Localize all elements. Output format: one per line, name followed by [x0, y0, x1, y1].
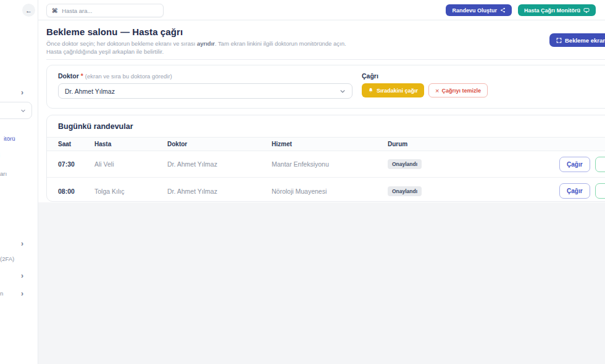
command-icon: ⌘	[52, 7, 57, 14]
page-title: Bekleme salonu — Hasta çağrı	[46, 27, 183, 37]
bell-icon	[368, 88, 373, 93]
main-content: Bekleme salonu — Hasta çağrı Önce doktor…	[38, 20, 605, 202]
patient-search[interactable]: ⌘	[46, 4, 164, 17]
cell-service: Mantar Enfeksiyonu	[272, 160, 388, 168]
search-input[interactable]	[62, 7, 142, 14]
doctor-label: Doktor * (ekran ve sıra bu doktora göred…	[58, 72, 353, 80]
clear-call-label: Çağrıyı temizle	[441, 88, 481, 94]
row-call-button[interactable]: Çağır	[559, 157, 590, 172]
sidebar-collapse-button[interactable]: ←	[22, 4, 35, 17]
doctor-hint: (ekran ve sıra bu doktora göredir)	[85, 73, 172, 80]
chevron-right-icon[interactable]: ›	[21, 272, 23, 279]
open-waiting-screen-label: Bekleme ekranını aç	[565, 37, 605, 44]
status-badge: Onaylandı	[388, 186, 422, 196]
appointments-title: Bugünkü randevular	[47, 115, 605, 138]
doctor-select-value: Dr. Ahmet Yılmaz	[65, 88, 115, 95]
chevron-right-icon[interactable]: ›	[21, 89, 23, 96]
back-arrow-icon: ←	[25, 7, 32, 14]
chevron-right-icon[interactable]: ›	[21, 290, 23, 297]
share-nodes-icon	[500, 7, 506, 13]
chevron-down-icon	[340, 88, 346, 94]
table-row: 07:30 Ali Veli Dr. Ahmet Yılmaz Mantar E…	[47, 151, 605, 178]
table-header: Saat Hasta Doktor Hizmet Durum	[47, 138, 605, 151]
app-window: ← › itörü i arı › (2FA) › n › ⌘ Randevu …	[0, 0, 605, 364]
chevron-down-icon	[20, 108, 26, 114]
appointments-card: Bugünkü randevular Saat Hasta Doktor Hiz…	[46, 115, 605, 202]
cell-doctor: Dr. Ahmet Yılmaz	[167, 188, 272, 195]
desc-text: Önce doktor seçin; her doktorun bekleme …	[46, 40, 197, 47]
sidebar-item-n[interactable]: n	[0, 290, 3, 297]
cell-patient: Tolga Kılıç	[94, 188, 167, 195]
sidebar: ← › itörü i arı › (2FA) › n ›	[0, 0, 38, 364]
sidebar-select[interactable]	[0, 102, 32, 119]
chevron-right-icon[interactable]: ›	[21, 240, 23, 247]
cell-time: 07:30	[47, 160, 94, 168]
sidebar-item-randevulari[interactable]: arı	[0, 170, 7, 177]
row-recall-button[interactable]	[595, 183, 605, 199]
call-next-label: Sıradakini çağır	[377, 88, 418, 94]
col-hasta: Hasta	[94, 141, 167, 147]
close-icon: ×	[435, 87, 439, 94]
cell-service: Nöroloji Muayenesi	[272, 188, 388, 195]
topbar: ⌘ Randevu Oluştur Hasta Çağrı Monitörü	[38, 0, 605, 20]
desc-text: . Tam ekran linkini ilgili doktorun moni…	[215, 40, 346, 47]
sidebar-item-monitor[interactable]: itörü	[4, 135, 15, 142]
patient-call-monitor-label: Hasta Çağrı Monitörü	[524, 7, 580, 14]
row-call-button[interactable]: Çağır	[559, 183, 590, 199]
table-row: 08:00 Tolga Kılıç Dr. Ahmet Yılmaz Nörol…	[47, 178, 605, 202]
cell-patient: Ali Veli	[94, 160, 167, 168]
col-doktor: Doktor	[167, 141, 272, 147]
doctor-select[interactable]: Dr. Ahmet Yılmaz	[58, 83, 353, 99]
clear-call-button[interactable]: × Çağrıyı temizle	[428, 83, 488, 97]
doctor-label-text: Doktor	[58, 72, 79, 80]
col-hizmet: Hizmet	[272, 141, 388, 147]
monitor-icon	[583, 7, 590, 14]
cell-doctor: Dr. Ahmet Yılmaz	[167, 160, 272, 168]
call-label: Çağrı	[362, 72, 488, 80]
row-recall-button[interactable]	[595, 157, 605, 172]
open-waiting-screen-button[interactable]: Bekleme ekranını aç	[549, 33, 605, 47]
doctor-call-card: Doktor * (ekran ve sıra bu doktora göred…	[46, 65, 605, 109]
col-saat: Saat	[47, 141, 94, 147]
status-badge: Onaylandı	[388, 159, 422, 169]
sidebar-item-2fa[interactable]: (2FA)	[0, 255, 14, 262]
required-asterisk: *	[81, 72, 83, 80]
create-appointment-button[interactable]: Randevu Oluştur	[446, 4, 512, 16]
call-next-button[interactable]: Sıradakini çağır	[362, 83, 424, 97]
desc-bold: ayrıdır	[197, 40, 215, 47]
patient-call-monitor-button[interactable]: Hasta Çağrı Monitörü	[518, 4, 596, 16]
page-description-line1: Önce doktor seçin; her doktorun bekleme …	[46, 40, 346, 47]
page-description-line2: Hasta çağrıldığında yeşil arkaplan ile b…	[46, 48, 164, 55]
section-divider	[46, 59, 605, 60]
col-durum: Durum	[388, 141, 462, 147]
fullscreen-icon	[556, 38, 562, 43]
cell-time: 08:00	[47, 188, 94, 195]
create-appointment-label: Randevu Oluştur	[452, 7, 497, 14]
